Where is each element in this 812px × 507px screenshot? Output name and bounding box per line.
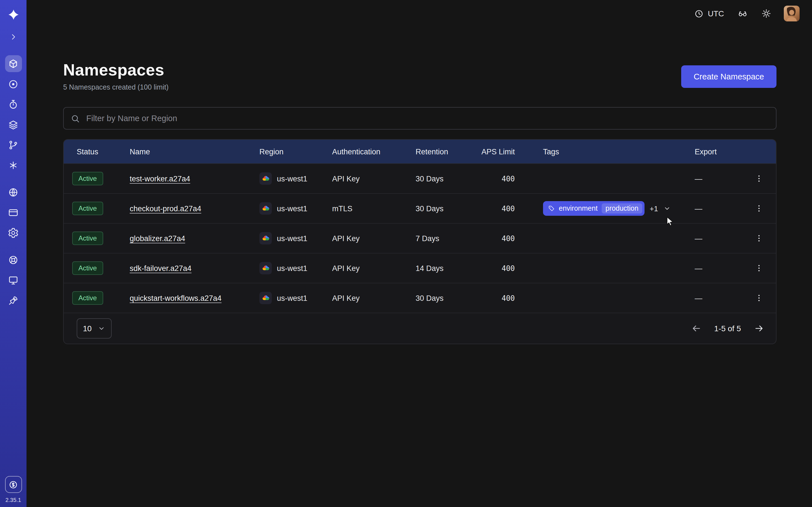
retention-label: 30 Days: [416, 204, 480, 213]
usage-button[interactable]: [5, 476, 22, 493]
gcp-cloud-icon: [259, 232, 272, 244]
page-header: Namespaces 5 Namespaces created (100 lim…: [63, 61, 776, 91]
sidebar-item-target[interactable]: [5, 75, 22, 93]
table-footer: 10 1-5 of 5: [64, 313, 776, 344]
usage-dollar-icon: [8, 480, 18, 489]
namespace-link[interactable]: sdk-failover.a27a4: [130, 264, 192, 272]
version-label: 2.35.1: [5, 497, 21, 503]
namespace-link[interactable]: quickstart-workflows.a27a4: [130, 294, 221, 302]
auth-label: API Key: [332, 234, 416, 242]
tag-more-count[interactable]: +1: [650, 204, 658, 213]
sidebar-item-settings[interactable]: [5, 224, 22, 241]
glasses-icon: [738, 8, 748, 18]
arrow-right-icon: [754, 323, 764, 334]
sidebar-item-asterisk[interactable]: [5, 157, 22, 173]
aps-limit-value: 400: [480, 204, 524, 213]
gcp-cloud-icon: [259, 202, 272, 215]
table-row[interactable]: Active globalizer.a27a4 us-west1 API Key…: [64, 223, 776, 253]
col-header-aps: APS Limit: [480, 147, 524, 156]
timezone-label: UTC: [708, 9, 724, 18]
main-content: Namespaces 5 Namespaces created (100 lim…: [27, 61, 812, 344]
namespace-link[interactable]: test-worker.a27a4: [130, 174, 190, 183]
row-actions-button[interactable]: [751, 290, 767, 306]
tag-key: environment: [559, 205, 598, 212]
sidebar-item-namespaces[interactable]: [5, 55, 22, 72]
aps-limit-value: 400: [480, 264, 524, 272]
row-actions-button[interactable]: [751, 260, 767, 276]
tag-icon: [548, 205, 555, 212]
row-actions-button[interactable]: [751, 230, 767, 246]
timezone-button[interactable]: UTC: [690, 4, 728, 23]
page-size-value: 10: [83, 324, 92, 333]
retention-label: 30 Days: [416, 174, 480, 183]
namespace-link[interactable]: globalizer.a27a4: [130, 234, 185, 242]
region-label: us-west1: [277, 234, 307, 242]
table-row[interactable]: Active test-worker.a27a4 us-west1 API Ke…: [64, 163, 776, 193]
sun-icon: [761, 8, 771, 18]
sidebar-item-billing[interactable]: [5, 204, 22, 221]
auth-label: API Key: [332, 294, 416, 302]
table-row[interactable]: Active sdk-failover.a27a4 us-west1 API K…: [64, 253, 776, 283]
sidebar-nav: [5, 54, 22, 311]
col-header-auth: Authentication: [332, 147, 416, 156]
glasses-button[interactable]: [733, 4, 752, 23]
theme-toggle-button[interactable]: [757, 4, 776, 23]
export-value: —: [676, 294, 744, 302]
namespaces-table: Status Name Region Authentication Retent…: [63, 139, 776, 344]
page-title: Namespaces: [63, 61, 168, 79]
region-label: us-west1: [277, 264, 307, 272]
aps-limit-value: 400: [480, 234, 524, 242]
topbar: UTC: [27, 0, 812, 27]
col-header-export: Export: [676, 147, 744, 156]
clock-icon: [694, 9, 704, 18]
tag-chip[interactable]: environment production: [543, 201, 645, 216]
namespace-link[interactable]: checkout-prod.a27a4: [130, 204, 201, 213]
search-input[interactable]: [85, 113, 769, 123]
export-value: —: [676, 174, 744, 183]
sidebar-item-getting-started[interactable]: [5, 292, 22, 309]
table-body: Active test-worker.a27a4 us-west1 API Ke…: [64, 163, 776, 313]
gcp-cloud-icon: [259, 172, 272, 185]
status-badge: Active: [72, 291, 103, 305]
auth-label: API Key: [332, 174, 416, 183]
table-row[interactable]: Active quickstart-workflows.a27a4 us-wes…: [64, 283, 776, 313]
retention-label: 14 Days: [416, 264, 480, 272]
tag-cell-content: environment production +1: [543, 201, 676, 216]
col-header-tags: Tags: [524, 147, 676, 156]
sidebar-item-docs[interactable]: [5, 272, 22, 288]
sidebar-item-layers[interactable]: [5, 116, 22, 133]
status-badge: Active: [72, 262, 103, 275]
aps-limit-value: 400: [480, 294, 524, 302]
row-actions-button[interactable]: [751, 171, 767, 186]
sidebar-item-support[interactable]: [5, 251, 22, 268]
arrow-left-icon: [691, 323, 701, 334]
next-page-button[interactable]: [751, 321, 767, 336]
sidebar-item-schedules[interactable]: [5, 96, 22, 113]
retention-label: 30 Days: [416, 294, 480, 302]
pagination: 1-5 of 5: [688, 321, 767, 336]
app-root: 2.35.1 UTC Namespaces 5 Namespaces creat…: [0, 0, 812, 507]
sidebar: 2.35.1: [0, 0, 27, 507]
sidebar-item-regions[interactable]: [5, 184, 22, 201]
sidebar-item-nexus[interactable]: [5, 136, 22, 153]
temporal-logo-icon: [6, 7, 20, 22]
row-actions-button[interactable]: [751, 201, 767, 216]
status-badge: Active: [72, 172, 103, 185]
region-label: us-west1: [277, 204, 307, 213]
col-header-retention: Retention: [416, 147, 480, 156]
status-badge: Active: [72, 231, 103, 245]
export-value: —: [676, 264, 744, 272]
region-label: us-west1: [277, 174, 307, 183]
table-row[interactable]: Active checkout-prod.a27a4 us-west1 mTLS…: [64, 193, 776, 223]
tag-expand-chevron[interactable]: [663, 205, 671, 212]
search-icon: [70, 114, 80, 123]
prev-page-button[interactable]: [688, 321, 704, 336]
export-value: —: [676, 234, 744, 242]
sidebar-expand-button[interactable]: [6, 30, 20, 43]
page-subtitle: 5 Namespaces created (100 limit): [63, 83, 168, 91]
create-namespace-button[interactable]: Create Namespace: [681, 65, 776, 88]
search-box: [63, 107, 776, 129]
auth-label: API Key: [332, 264, 416, 272]
page-size-select[interactable]: 10: [77, 318, 112, 339]
user-avatar[interactable]: [784, 6, 800, 21]
